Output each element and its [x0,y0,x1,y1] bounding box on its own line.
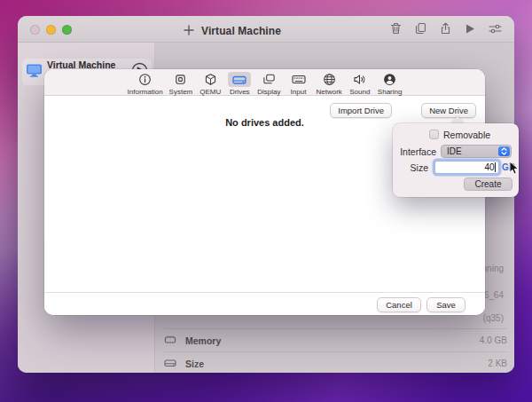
removable-label: Removable [443,130,490,140]
network-globe-icon [317,72,340,87]
input-keyboard-icon [287,72,310,87]
table-row: Size 2 KB [164,351,507,373]
mouse-cursor [509,161,520,179]
system-icon [169,72,192,87]
import-drive-button[interactable]: Import Drive [330,103,392,118]
titlebar[interactable]: Virtual Machine [18,16,514,43]
create-button[interactable]: Create [464,177,512,191]
tab-display[interactable]: Display [257,72,280,96]
new-drive-button[interactable]: New Drive [421,103,476,118]
new-drive-popover: Removable Interface IDE Size 40 GB Creat… [393,123,519,197]
chevron-up-down-icon [498,146,510,156]
zoom-window-button[interactable] [62,25,72,35]
tab-system[interactable]: System [169,72,193,96]
tab-drives[interactable]: Drives [228,72,251,96]
info-circle-icon [134,72,157,87]
tab-qemu[interactable]: QEMU [199,72,222,96]
interface-value: IDE [447,146,462,156]
architecture-value-fragment: 6_64 [484,290,504,300]
table-row: Memory 4.0 GB [164,328,507,351]
tab-sound[interactable]: Sound [348,72,372,96]
removable-checkbox[interactable] [429,130,439,139]
memory-icon [164,333,176,349]
machine-value-fragment: (q35) [483,313,504,323]
share-icon[interactable] [440,22,451,35]
display-icon [257,72,280,87]
text-caret [495,162,496,172]
play-icon[interactable] [465,23,475,35]
vm-monitor-icon [26,63,43,82]
size-input[interactable]: 40 [434,161,499,174]
qemu-cube-icon [199,72,222,87]
sound-speaker-icon [348,72,372,87]
sliders-icon[interactable] [489,23,502,35]
row-label: Memory [185,335,221,346]
save-button[interactable]: Save [426,297,466,312]
tab-network[interactable]: Network [317,72,342,96]
interface-dropdown[interactable]: IDE [441,145,512,158]
minimize-window-button[interactable] [46,25,56,35]
drives-icon [228,72,251,87]
cancel-button[interactable]: Cancel [377,297,421,312]
row-label: Size [185,359,204,369]
tab-sharing[interactable]: Sharing [378,72,403,96]
sharing-person-icon [379,72,402,87]
close-window-button[interactable] [30,25,40,35]
tab-information[interactable]: Information [128,72,163,96]
dialog-footer: Cancel Save [44,292,485,315]
tab-input[interactable]: Input [287,72,310,96]
config-tabbar: Information System QEMU Drives Display [44,69,485,96]
drive-icon [164,356,176,372]
size-label: Size [393,162,428,173]
traffic-lights [30,25,72,35]
trash-icon[interactable] [390,22,402,35]
row-value: 4.0 GB [480,335,507,345]
status-value-fragment: nning [482,264,504,273]
window-title: Virtual Machine [201,25,281,37]
interface-label: Interface [393,146,436,157]
add-vm-icon[interactable] [184,23,194,39]
duplicate-icon[interactable] [415,22,426,35]
row-value: 2 KB [488,359,507,368]
